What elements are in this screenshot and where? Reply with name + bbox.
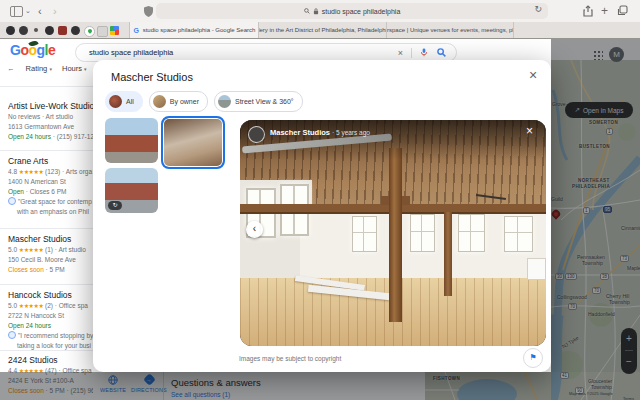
uploader-name[interactable]: Mascher Studios [270,128,330,137]
browser-toolbar: ⌄ ‹ › studio space philadelphia ↻ + [0,0,640,23]
photo-thumbnail-exterior[interactable] [105,118,158,163]
copyright-notice: Images may be subject to copyright [239,355,341,362]
rating-stars: ★★★★★ [19,303,43,309]
result-hours: Open · Closes 6 PM [8,187,93,197]
pinned-tab-6[interactable] [71,26,80,35]
photo-close-icon[interactable]: × [526,124,533,138]
forward-icon[interactable]: › [53,0,57,22]
chip-label: By owner [170,98,199,105]
result-title[interactable]: Crane Arts [8,155,93,167]
pinned-tab-1[interactable] [6,26,15,35]
quote-text: "Great space for contemp [18,198,92,205]
result-hancock-studios[interactable]: Hancock Studios 5.0 ★★★★★ (2) · Office s… [8,289,93,351]
result-meta: (1) · Art studio [45,246,86,253]
quote-icon [8,331,16,339]
divider [0,350,93,351]
search-submit-icon[interactable] [437,48,446,57]
chip-thumbnail [153,95,166,108]
filter-rating-label: Rating [26,64,48,73]
photo-post [444,212,452,296]
photo-filter-chips: All By owner Street View & 360° [105,91,303,112]
logo-letter: g [37,42,45,58]
pinned-tab-5[interactable] [58,26,67,35]
caret-down-icon: ▾ [49,66,52,72]
tab-title: Peerspace | Unique venues for events, me… [386,27,514,33]
result-hours: Open 24 hours [8,321,93,331]
sidebar-chevron-icon[interactable]: ⌄ [25,0,31,22]
filter-hours[interactable]: Hours ▾ [62,64,87,73]
tab-title: studio space philadelphia - Google Searc… [143,27,256,33]
photo-window [352,216,377,252]
pinned-tab-2[interactable] [19,26,28,35]
tab-peerspace-gallery[interactable]: P Gallery in the Art District of Philade… [258,22,386,38]
pinned-tab-4[interactable] [45,26,54,35]
filter-rating[interactable]: Rating ▾ [26,64,52,73]
pinned-tab-8[interactable] [97,26,108,37]
divider [411,48,412,58]
chip-by-owner[interactable]: By owner [149,91,208,112]
logo-letter: e [48,42,55,58]
result-title[interactable]: Hancock Studios [8,289,93,301]
filter-hours-label: Hours [62,64,82,73]
address-bar[interactable]: studio space philadelphia ↻ [156,3,548,19]
chip-street-view[interactable]: Street View & 360° [214,91,303,112]
clear-icon[interactable]: × [398,48,403,58]
chip-thumbnail [109,95,122,108]
back-icon[interactable]: ‹ [38,0,42,22]
reload-icon[interactable]: ↻ [534,4,542,14]
pinned-tab-3[interactable] [34,28,38,32]
lightbox-title: Mascher Studios [111,71,193,83]
photo-radiator [527,258,546,280]
photo-thumbnail-streetview[interactable]: ↻ [105,168,158,213]
status-suffix: · Closes 6 PM [24,188,67,195]
uploader-avatar[interactable] [248,126,265,143]
pinned-tab-9[interactable] [110,26,119,35]
divider [0,228,93,229]
result-quote-2: with an emphasis on Phil [8,207,93,217]
result-mascher-studios[interactable]: Mascher Studios 5.0 ★★★★★ (1) · Art stud… [8,233,93,275]
photo-lightbox: Mascher Studios × All By owner Street Vi… [93,60,551,372]
result-meta: (2) · Office spa [45,302,88,309]
filter-bar: ← Rating ▾ Hours ▾ [0,64,93,73]
report-flag-button[interactable]: ⚑ [523,348,543,368]
result-title[interactable]: Artist Live-Work Studio [8,100,93,112]
map-scrim [551,38,640,372]
result-artist-live-work[interactable]: Artist Live-Work Studio No reviews · Art… [8,100,93,142]
quote-icon [8,197,16,205]
tab-google-search[interactable]: G studio space philadelphia - Google Sea… [129,22,258,38]
result-rating-line: 5.0 ★★★★★ (2) · Office spa [8,301,93,311]
previous-photo-button[interactable]: ‹ [246,221,263,238]
chip-all[interactable]: All [105,91,143,112]
tab-overview-icon[interactable] [617,5,628,16]
result-crane-arts[interactable]: Crane Arts 4.8 ★★★★★ (123) · Arts orga 1… [8,155,93,217]
tab-peerspace-venues[interactable]: P Peerspace | Unique venues for events, … [386,22,514,38]
search-query[interactable]: studio space philadelphia [89,48,398,57]
address-bar-text: studio space philadelphia [322,8,401,15]
back-arrow-icon[interactable]: ← [7,64,15,73]
tab-strip: G studio space philadelphia - Google Sea… [0,22,640,39]
screen: ⌄ ‹ › studio space philadelphia ↻ + G st… [0,0,640,400]
result-title[interactable]: Mascher Studios [8,233,93,245]
share-icon[interactable] [583,5,593,17]
closes-soon-status: Closes soon [8,266,44,273]
photo-window [504,216,533,252]
main-photo[interactable]: Mascher Studios · 5 years ago × ‹ [240,120,546,346]
photo-thumbnail-interior-selected[interactable] [161,116,225,169]
mic-icon[interactable] [420,48,428,57]
chip-label: Street View & 360° [235,98,294,105]
result-rating-line: 5.0 ★★★★★ (1) · Art studio [8,245,93,255]
photo-header-gradient [240,120,546,160]
streetview-360-icon: ↻ [108,201,122,210]
lightbox-close-icon[interactable]: × [529,67,537,83]
result-rating-line: 4.8 ★★★★★ (123) · Arts orga [8,167,93,177]
new-tab-icon[interactable]: + [601,0,608,22]
result-title[interactable]: 2424 Studios [8,354,93,366]
pinned-tab-maps[interactable] [84,26,95,37]
result-address: 1613 Germantown Ave [8,122,93,132]
logo-letter: G [10,42,20,58]
privacy-shield-icon[interactable] [144,6,153,17]
divider [0,284,93,285]
sidebar-icon[interactable] [10,6,23,17]
open-status: Open [8,188,24,195]
result-address: 2722 N Hancock St [8,311,93,321]
